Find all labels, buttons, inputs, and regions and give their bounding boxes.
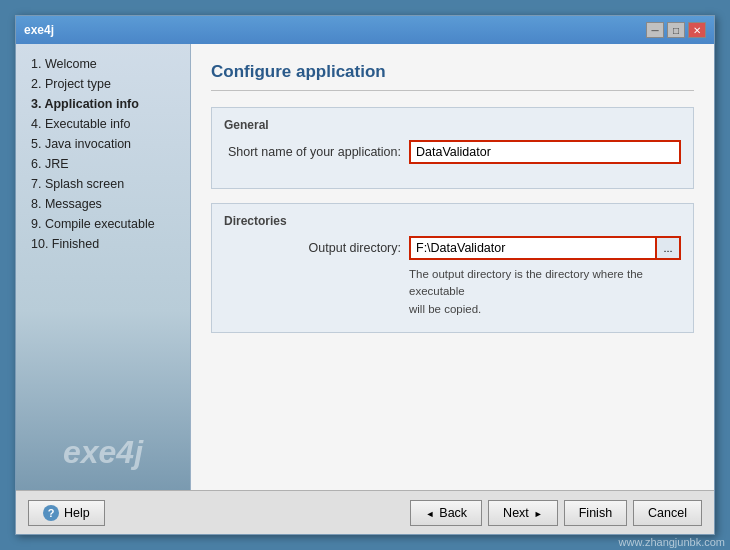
main-window: exe4j ─ □ ✕ 1. Welcome 2. Project type 3… [15, 15, 715, 535]
browse-button[interactable]: ... [655, 236, 681, 260]
sidebar-item-executable-info[interactable]: 4. Executable info [16, 114, 190, 134]
directories-section-label: Directories [224, 214, 681, 228]
back-button[interactable]: Back [410, 500, 482, 526]
output-dir-hint: The output directory is the directory wh… [409, 266, 681, 318]
window-body: 1. Welcome 2. Project type 3. Applicatio… [16, 44, 714, 490]
title-bar: exe4j ─ □ ✕ [16, 16, 714, 44]
sidebar-item-finished[interactable]: 10. Finished [16, 234, 190, 254]
minimize-button[interactable]: ─ [646, 22, 664, 38]
short-name-input[interactable] [409, 140, 681, 164]
back-arrow-icon [425, 506, 434, 520]
help-icon: ? [43, 505, 59, 521]
page-title: Configure application [211, 62, 694, 91]
maximize-button[interactable]: □ [667, 22, 685, 38]
main-content: Configure application General Short name… [191, 44, 714, 490]
cancel-button[interactable]: Cancel [633, 500, 702, 526]
sidebar-item-application-info[interactable]: 3. Application info [16, 94, 190, 114]
sidebar-item-java-invocation[interactable]: 5. Java invocation [16, 134, 190, 154]
close-button[interactable]: ✕ [688, 22, 706, 38]
title-controls: ─ □ ✕ [646, 22, 706, 38]
finish-button[interactable]: Finish [564, 500, 627, 526]
short-name-row: Short name of your application: [224, 140, 681, 164]
sidebar-item-project-type[interactable]: 2. Project type [16, 74, 190, 94]
output-dir-label: Output directory: [224, 241, 409, 255]
next-button[interactable]: Next [488, 500, 558, 526]
sidebar-item-welcome[interactable]: 1. Welcome [16, 54, 190, 74]
sidebar-item-splash-screen[interactable]: 7. Splash screen [16, 174, 190, 194]
sidebar-item-messages[interactable]: 8. Messages [16, 194, 190, 214]
general-section-label: General [224, 118, 681, 132]
directories-section: Directories Output directory: ... The ou… [211, 203, 694, 333]
short-name-label: Short name of your application: [224, 145, 409, 159]
sidebar-item-jre[interactable]: 6. JRE [16, 154, 190, 174]
general-section: General Short name of your application: [211, 107, 694, 189]
page-watermark: www.zhangjunbk.com [614, 534, 730, 550]
output-dir-input[interactable] [409, 236, 655, 260]
output-dir-row: Output directory: ... [224, 236, 681, 260]
sidebar-item-compile-executable[interactable]: 9. Compile executable [16, 214, 190, 234]
sidebar-watermark: exe4j [16, 435, 190, 470]
window-title: exe4j [24, 23, 54, 37]
help-button[interactable]: ? Help [28, 500, 105, 526]
footer: ? Help Back Next Finish Cancel [16, 490, 714, 534]
sidebar: 1. Welcome 2. Project type 3. Applicatio… [16, 44, 191, 490]
next-arrow-icon [534, 506, 543, 520]
